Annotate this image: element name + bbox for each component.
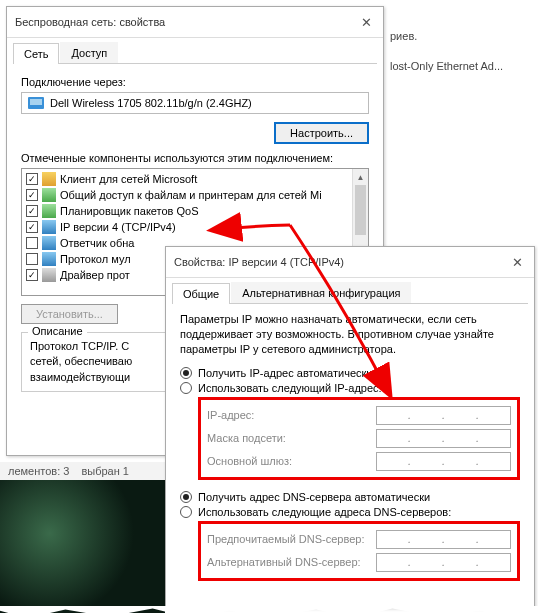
gateway-input[interactable]: ... [376,452,511,471]
dns2-label: Альтернативный DNS-сервер: [207,556,361,568]
configure-button[interactable]: Настроить... [274,122,369,144]
ragged-edge [538,0,545,613]
ragged-edge [0,606,545,613]
background-text: риев. lost-Only Ethernet Ad... [390,30,503,72]
checkbox[interactable]: ✓ [26,189,38,201]
install-button[interactable]: Установить... [21,304,118,324]
close-icon[interactable]: ✕ [508,253,526,271]
tab-alternate[interactable]: Альтернативная конфигурация [231,282,411,303]
dns2-input[interactable]: ... [376,553,511,572]
checkbox[interactable]: ✓ [26,173,38,185]
checkbox[interactable] [26,253,38,265]
background-image [0,480,165,613]
titlebar: Свойства: IP версии 4 (TCP/IPv4) ✕ [166,247,534,278]
radio-manual-dns[interactable]: Использовать следующие адреса DNS-сервер… [180,506,520,518]
checkbox[interactable]: ✓ [26,205,38,217]
radio-icon [180,506,192,518]
connect-via-label: Подключение через: [21,76,369,88]
list-item: ✓Общий доступ к файлам и принтерам для с… [24,187,350,203]
dns1-label: Предпочитаемый DNS-сервер: [207,533,364,545]
radio-manual-ip[interactable]: Использовать следующий IP-адрес: [180,382,520,394]
protocol-icon [42,220,56,234]
status-bar: лементов: 3выбран 1 [0,462,165,480]
tab-access[interactable]: Доступ [60,42,118,63]
tab-general[interactable]: Общие [172,283,230,304]
scroll-up-icon[interactable]: ▲ [353,169,368,185]
protocol-icon [42,252,56,266]
protocol-icon [42,268,56,282]
description-title: Описание [28,325,87,337]
dns-fields-highlight: Предпочитаемый DNS-сервер:... Альтернати… [198,521,520,581]
titlebar: Беспроводная сеть: свойства ✕ [7,7,383,38]
protocol-icon [42,172,56,186]
ip-fields-highlight: IP-адрес:... Маска подсети:... Основной … [198,397,520,480]
ipv4-properties-dialog: Свойства: IP версии 4 (TCP/IPv4) ✕ Общие… [165,246,535,608]
checkbox[interactable]: ✓ [26,269,38,281]
adapter-name: Dell Wireless 1705 802.11b/g/n (2.4GHZ) [50,97,252,109]
components-label: Отмеченные компоненты используются этим … [21,152,369,164]
mask-input[interactable]: ... [376,429,511,448]
radio-icon [180,491,192,503]
intro-text: Параметры IP можно назначать автоматичес… [180,312,520,357]
nic-icon [28,97,44,109]
window-title: Беспроводная сеть: свойства [15,16,165,28]
radio-icon [180,382,192,394]
tab-network[interactable]: Сеть [13,43,59,64]
list-item: ✓Клиент для сетей Microsoft [24,171,350,187]
tab-strip: Сеть Доступ [13,42,377,64]
radio-auto-dns[interactable]: Получить адрес DNS-сервера автоматически [180,491,520,503]
radio-auto-ip[interactable]: Получить IP-адрес автоматически [180,367,520,379]
tab-strip: Общие Альтернативная конфигурация [172,282,528,304]
dns1-input[interactable]: ... [376,530,511,549]
list-item: ✓Планировщик пакетов QoS [24,203,350,219]
radio-icon [180,367,192,379]
checkbox[interactable] [26,237,38,249]
close-icon[interactable]: ✕ [357,13,375,31]
protocol-icon [42,204,56,218]
checkbox[interactable]: ✓ [26,221,38,233]
ip-label: IP-адрес: [207,409,254,421]
scroll-thumb[interactable] [355,185,366,235]
list-item: ✓IP версии 4 (TCP/IPv4) [24,219,350,235]
adapter-field: Dell Wireless 1705 802.11b/g/n (2.4GHZ) [21,92,369,114]
window-title: Свойства: IP версии 4 (TCP/IPv4) [174,256,344,268]
gateway-label: Основной шлюз: [207,455,292,467]
protocol-icon [42,236,56,250]
mask-label: Маска подсети: [207,432,286,444]
ip-input[interactable]: ... [376,406,511,425]
protocol-icon [42,188,56,202]
